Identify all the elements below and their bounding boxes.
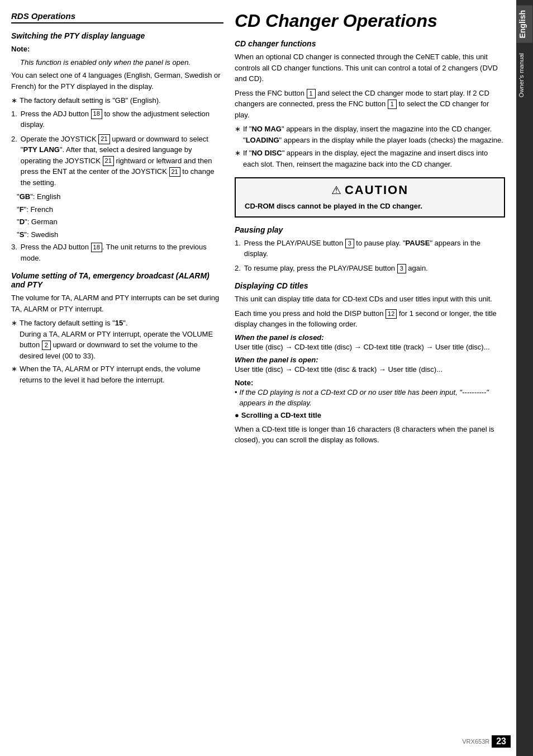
cd-functions-title: CD changer functions [235,39,505,48]
volume-intro: The volume for TA, ALARM and PTY interru… [11,292,223,314]
star-bullet-6: • [235,387,237,398]
step1: 1. Press the ADJ button 18 to show the a… [11,108,223,130]
panel-closed-text: User title (disc) → CD-text title (disc)… [235,342,505,353]
no-mag-text: If "NO MAG" appears in the display, inse… [243,124,505,145]
page-container: English Owner's manual RDS Operations Sw… [0,0,533,756]
step3-text: Press the ADJ button 18. The unit return… [21,242,223,263]
btn-fnc-1: 1 [307,89,316,98]
star-bullet-4: ∗ [235,124,241,135]
right-column: CD Changer Operations CD changer functio… [235,11,505,739]
step2-text: Operate the JOYSTICK 21 upward or downwa… [21,134,223,188]
caution-title: CAUTION [345,183,408,197]
cd-titles-note-text: If the CD playing is not a CD-text CD or… [240,387,505,409]
factory-default-text: The factory default setting is "GB" (Eng… [20,95,161,106]
no-disc-text: If "NO DISC" appears in the display, eje… [243,148,505,169]
volume-bullet1-text: The factory default setting is "15". Dur… [20,318,223,361]
model-text: VRX653R [462,738,489,745]
panel-open-text: User title (disc) → CD-text title (disc … [235,364,505,375]
owners-manual-tab: Owner's manual [517,49,532,102]
option-s: "S": Swedish [11,229,223,240]
factory-default: ∗ The factory default setting is "GB" (E… [11,95,223,106]
side-tab: English Owner's manual [516,0,533,756]
cd-titles-section: Displaying CD titles This unit can displ… [235,281,505,446]
scrolling-title: Scrolling a CD-text title [241,411,321,419]
star-bullet-3: ∗ [11,363,17,375]
star-bullet-5: ∗ [235,148,241,159]
btn-21-1: 21 [98,134,110,144]
cd-functions-section: CD changer functions When an optional CD… [235,39,505,169]
btn-3-2: 3 [397,264,406,273]
step1-text: Press the ADJ button 18 to show the adju… [21,108,223,130]
btn-21-3: 21 [169,167,180,177]
option-f: "F": French [11,204,223,215]
note-block: Note: [11,44,223,55]
option-gb: "GB": English [11,191,223,202]
volume-bullet2: ∗ When the TA, ALARM or PTY interrupt en… [11,363,223,385]
caution-text: CD-ROM discs cannot be played in the CD … [245,201,495,212]
pausing-section: Pausing play 1. Press the PLAY/PAUSE but… [235,225,505,274]
pty-title: Switching the PTY display language [11,31,223,40]
note-text: This function is enabled only when the p… [11,57,223,68]
pause-step2-text: To resume play, press the PLAY/PAUSE but… [244,263,428,274]
cd-titles-title: Displaying CD titles [235,281,505,290]
volume-title: Volume setting of TA, emergency broadcas… [11,271,223,289]
panel-closed-label: When the panel is closed: [235,333,505,342]
cd-titles-note: • If the CD playing is not a CD-text CD … [235,387,505,409]
cd-titles-para1: This unit can display title data for CD-… [235,294,505,305]
no-disc-bullet: ∗ If "NO DISC" appears in the display, e… [235,148,505,169]
pause-step2: 2. To resume play, press the PLAY/PAUSE … [235,263,505,274]
star-bullet: ∗ [11,95,17,106]
panel-open-label: When the panel is open: [235,356,505,364]
volume-bullet2-text: When the TA, ALARM or PTY interrupt ends… [20,363,223,385]
circle-dot: ● [235,411,239,419]
step1-num: 1. [11,108,17,120]
english-tab: English [517,6,532,43]
step2: 2. Operate the JOYSTICK 21 upward or dow… [11,134,223,188]
btn-18-2: 18 [91,243,102,252]
left-column: RDS Operations Switching the PTY display… [11,11,223,739]
step2-num: 2. [11,134,17,145]
page-main-title: CD Changer Operations [235,11,505,31]
pty-section: Switching the PTY display language Note:… [11,31,223,263]
volume-section: Volume setting of TA, emergency broadcas… [11,271,223,385]
scrolling-text: When a CD-text title is longer than 16 c… [235,424,505,446]
cd-titles-note-label: Note: [235,379,505,387]
caution-box: ⚠ CAUTION CD-ROM discs cannot be played … [235,177,505,218]
pausing-title: Pausing play [235,225,505,234]
pause-step1-num: 1. [235,238,241,249]
cd-titles-para2: Each time you press and hold the DISP bu… [235,308,505,330]
btn-fnc-2: 1 [388,100,397,109]
note-content: This function is enabled only when the p… [20,57,191,68]
volume-bullet1: ∗ The factory default setting is "15". D… [11,318,223,361]
btn-18-1: 18 [91,109,102,119]
no-mag-bullet: ∗ If "NO MAG" appears in the display, in… [235,124,505,145]
scrolling-bullet: ● Scrolling a CD-text title [235,411,505,422]
note-label: Note: [11,44,30,55]
cd-functions-para2: Press the FNC button 1 and select the CD… [235,88,505,121]
step3: 3. Press the ADJ button 18. The unit ret… [11,242,223,263]
page-number-area: VRX653R 23 [462,735,511,748]
left-section-title: RDS Operations [11,11,223,23]
pause-step1-text: Press the PLAY/PAUSE button 3 to pause p… [244,238,505,259]
btn-2: 2 [42,341,51,350]
cd-functions-para1: When an optional CD changer is connected… [235,51,505,84]
star-bullet-2: ∗ [11,318,17,329]
pty-intro: You can select one of 4 languages (Engli… [11,70,223,92]
option-d: "D": German [11,216,223,228]
btn-12: 12 [386,309,397,319]
page-number: 23 [492,735,511,748]
step3-num: 3. [11,242,17,253]
caution-icon: ⚠ [331,183,341,197]
btn-21-2: 21 [103,156,114,166]
btn-3-1: 3 [345,239,354,248]
pause-step2-num: 2. [235,263,241,274]
main-content: RDS Operations Switching the PTY display… [0,0,516,756]
pause-step1: 1. Press the PLAY/PAUSE button 3 to paus… [235,238,505,259]
